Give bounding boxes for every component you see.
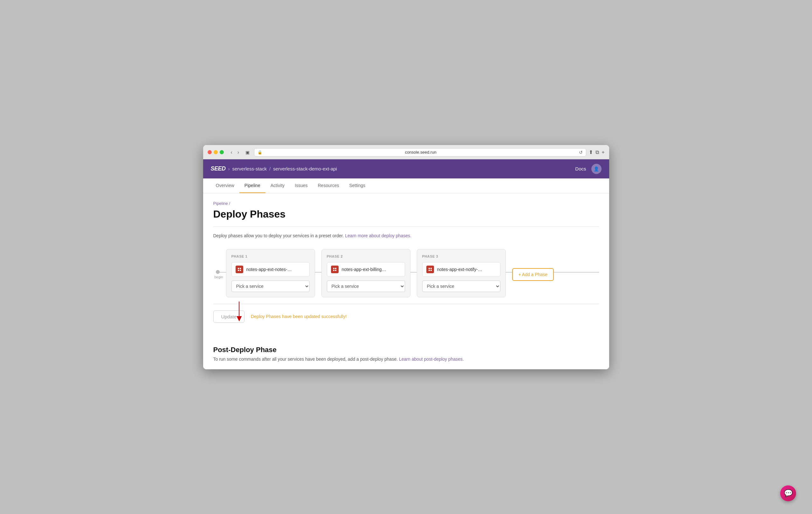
- tab-settings[interactable]: Settings: [344, 178, 370, 193]
- update-section: Update Deploy Phases have been updated s…: [213, 304, 599, 329]
- phases-row: PHASE 1 notes-app-ext-notes-…: [226, 249, 599, 297]
- phase-1-label: PHASE 1: [231, 254, 310, 258]
- connector-2: [410, 272, 417, 273]
- phase-2-service-name: notes-app-ext-billing…: [342, 267, 386, 272]
- description: Deploy phases allow you to deploy your s…: [213, 233, 599, 238]
- maximize-button[interactable]: [220, 150, 224, 154]
- url-text: console.seed.run: [264, 150, 577, 154]
- phase-2-service-icon: [331, 265, 339, 273]
- main-content: Pipeline / Deploy Phases Deploy phases a…: [203, 193, 609, 369]
- breadcrumb-separator-2: /: [269, 166, 270, 171]
- description-text: Deploy phases allow you to deploy your s…: [213, 233, 344, 238]
- post-deploy-desc-text: To run some commands after all your serv…: [213, 356, 398, 362]
- phase-3-card: PHASE 3 notes-app-ext-notify-…: [417, 249, 506, 297]
- back-button[interactable]: ‹: [229, 149, 234, 156]
- phase-1-service-icon: [236, 265, 243, 273]
- connector-3: [506, 272, 512, 273]
- new-tab-button[interactable]: +: [602, 149, 604, 155]
- lock-icon: 🔒: [258, 150, 262, 154]
- phase-1-service: notes-app-ext-notes-…: [231, 262, 310, 277]
- phase-3-service-name: notes-app-ext-notify-…: [437, 267, 482, 272]
- post-deploy-link[interactable]: Learn about post-deploy phases.: [399, 356, 464, 362]
- breadcrumb-org[interactable]: serverless-stack: [232, 166, 267, 171]
- phase-1-pick-service[interactable]: Pick a service: [231, 281, 310, 292]
- tab-activity[interactable]: Activity: [265, 178, 290, 193]
- phase-1-service-name: notes-app-ext-notes-…: [246, 267, 292, 272]
- tab-button[interactable]: ⧉: [596, 149, 599, 155]
- post-deploy-title: Post-Deploy Phase: [213, 346, 599, 354]
- breadcrumb-app[interactable]: serverless-stack-demo-ext-api: [273, 166, 337, 171]
- tab-issues[interactable]: Issues: [290, 178, 313, 193]
- seed-logo[interactable]: SEED: [211, 165, 226, 172]
- phase-3-service-icon: [426, 265, 434, 273]
- post-deploy-section: Post-Deploy Phase To run some commands a…: [213, 339, 599, 362]
- refresh-button[interactable]: ↺: [579, 150, 583, 155]
- phase-3-label: PHASE 3: [422, 254, 500, 258]
- page-title: Deploy Phases: [213, 208, 599, 220]
- traffic-lights: [208, 150, 224, 154]
- phase-2-label: PHASE 2: [327, 254, 405, 258]
- phase-1-card: PHASE 1 notes-app-ext-notes-…: [226, 249, 315, 297]
- phase-2-card: PHASE 2 notes-app-ext-billing…: [321, 249, 410, 297]
- breadcrumb[interactable]: Pipeline /: [213, 201, 599, 206]
- chat-button[interactable]: 💬: [780, 485, 796, 501]
- phase-2-service: notes-app-ext-billing…: [327, 262, 405, 277]
- minimize-button[interactable]: [214, 150, 218, 154]
- close-button[interactable]: [208, 150, 212, 154]
- phase-2-pick-service[interactable]: Pick a service: [327, 281, 405, 292]
- sidebar-button[interactable]: ▣: [243, 149, 252, 155]
- forward-button[interactable]: ›: [236, 149, 241, 156]
- breadcrumb-separator: ›: [228, 166, 230, 171]
- tab-resources[interactable]: Resources: [313, 178, 344, 193]
- post-deploy-desc: To run some commands after all your serv…: [213, 356, 599, 362]
- phases-area: begin ▼ PHASE 1: [213, 246, 599, 304]
- phase-3-service: notes-app-ext-notify-…: [422, 262, 500, 277]
- pipeline-start-dot: [216, 270, 220, 274]
- success-message: Deploy Phases have been updated successf…: [251, 314, 347, 319]
- add-phase-button[interactable]: + Add a Phase: [512, 268, 554, 281]
- share-button[interactable]: ⬆: [589, 149, 593, 155]
- app-header: SEED › serverless-stack / serverless-sta…: [203, 159, 609, 178]
- connector-1: [315, 272, 321, 273]
- begin-label: begin: [214, 275, 223, 279]
- docs-link[interactable]: Docs: [575, 166, 586, 171]
- tab-pipeline[interactable]: Pipeline: [239, 178, 265, 193]
- avatar[interactable]: 👤: [591, 164, 602, 174]
- down-arrow: ▼: [235, 302, 244, 321]
- nav-tabs: Overview Pipeline Activity Issues Resour…: [203, 178, 609, 193]
- address-bar[interactable]: 🔒 console.seed.run ↺: [254, 148, 586, 156]
- learn-more-link[interactable]: Learn more about deploy phases.: [345, 233, 411, 238]
- phase-3-pick-service[interactable]: Pick a service: [422, 281, 500, 292]
- tab-overview[interactable]: Overview: [211, 178, 239, 193]
